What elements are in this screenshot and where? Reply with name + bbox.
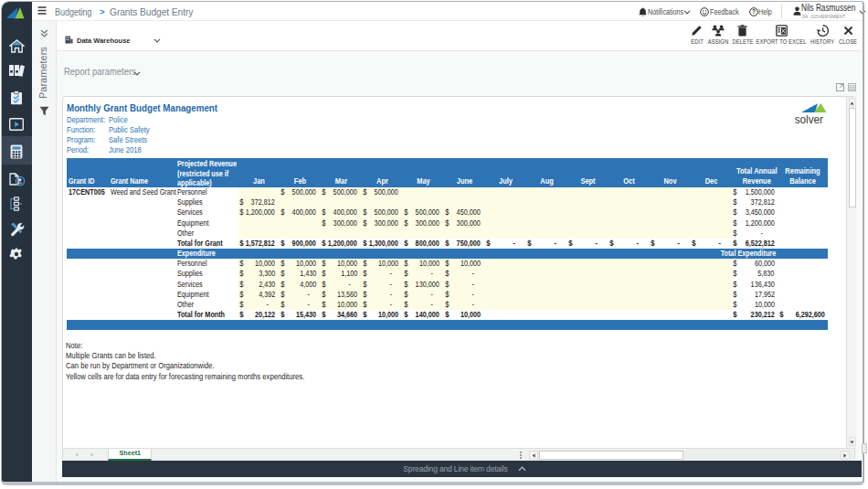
svg-text:?: ? xyxy=(752,8,756,15)
